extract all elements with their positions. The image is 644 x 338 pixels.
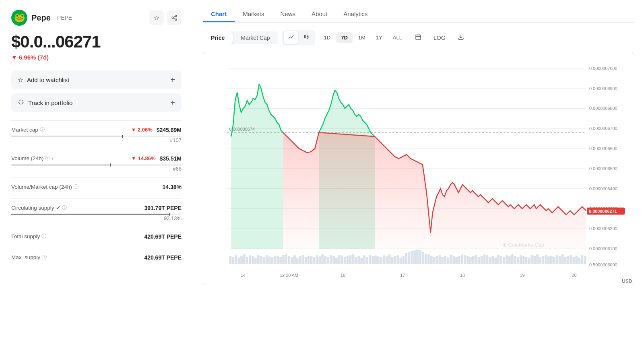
svg-rect-70 — [296, 258, 299, 264]
svg-rect-150 — [520, 255, 522, 264]
price-toggle-button[interactable]: Price — [203, 31, 233, 44]
svg-rect-106 — [397, 255, 399, 264]
tab-chart[interactable]: Chart — [203, 6, 235, 22]
svg-rect-96 — [369, 255, 371, 264]
svg-text:0.0000006100: 0.0000006100 — [589, 246, 617, 251]
svg-rect-157 — [539, 257, 541, 264]
svg-rect-77 — [316, 255, 318, 264]
market-cap-change: ▼ 2.06% — [131, 127, 152, 133]
calendar-button[interactable] — [411, 31, 425, 44]
svg-rect-94 — [363, 255, 365, 264]
svg-text:0.0000006400: 0.0000006400 — [589, 186, 617, 191]
svg-text:0.0000006271: 0.0000006271 — [589, 209, 617, 214]
svg-rect-63 — [277, 256, 279, 264]
svg-rect-149 — [517, 257, 519, 264]
tab-markets[interactable]: Markets — [235, 6, 272, 22]
svg-rect-143 — [500, 256, 502, 264]
svg-text:18: 18 — [460, 273, 465, 278]
svg-text:12:20 AM: 12:20 AM — [280, 273, 298, 278]
svg-rect-111 — [411, 251, 413, 264]
time-1y-button[interactable]: 1Y — [371, 32, 387, 43]
circulating-info-icon[interactable]: ⓘ — [62, 204, 67, 211]
marketcap-toggle-button[interactable]: Market Cap — [233, 31, 278, 44]
svg-rect-140 — [491, 256, 494, 264]
svg-rect-109 — [405, 253, 407, 264]
svg-rect-145 — [506, 255, 508, 264]
vol-mktcap-info-icon[interactable]: ⓘ — [74, 183, 78, 190]
time-1d-button[interactable]: 1D — [319, 32, 336, 43]
sidebar: 🐸 Pepe PEPE ☆ $0.0...06271 ▼ 6.96% (7d) … — [0, 0, 193, 338]
track-portfolio-button[interactable]: Track in portfolio + — [11, 93, 182, 112]
svg-line-3 — [173, 18, 175, 19]
svg-rect-91 — [355, 257, 357, 264]
price-chart-svg: 0.000000674 0.0000007000 0.0000006900 0.… — [203, 52, 634, 285]
svg-rect-173 — [584, 256, 586, 264]
watchlist-star-button[interactable]: ☆ — [149, 10, 164, 25]
log-button[interactable]: LOG — [429, 32, 450, 43]
time-7d-button[interactable]: 7D — [336, 32, 353, 43]
svg-rect-161 — [550, 256, 553, 264]
svg-rect-121 — [439, 255, 441, 264]
svg-rect-137 — [483, 254, 486, 264]
svg-rect-85 — [338, 255, 341, 264]
tab-about[interactable]: About — [303, 6, 335, 22]
svg-rect-90 — [352, 254, 355, 264]
svg-text:0.0000006800: 0.0000006800 — [589, 106, 617, 111]
svg-rect-124 — [447, 258, 449, 264]
total-supply-label: Total supply — [11, 233, 40, 239]
max-supply-label: Max. supply — [11, 254, 40, 260]
svg-rect-104 — [391, 257, 394, 264]
svg-text:⊕ CoinMarketCap: ⊕ CoinMarketCap — [502, 242, 544, 248]
svg-rect-62 — [274, 256, 276, 264]
volume-bar — [11, 164, 182, 166]
coin-logo: 🐸 — [11, 10, 27, 26]
svg-rect-127 — [455, 257, 458, 264]
svg-rect-56 — [257, 255, 260, 264]
svg-rect-152 — [525, 257, 528, 264]
svg-rect-120 — [436, 256, 438, 264]
svg-rect-114 — [419, 250, 421, 264]
market-cap-bar — [11, 136, 182, 137]
download-button[interactable] — [454, 31, 468, 44]
svg-rect-49 — [237, 258, 240, 264]
svg-rect-58 — [263, 257, 265, 264]
coin-emoji: 🐸 — [14, 12, 25, 23]
candle-chart-button[interactable] — [299, 31, 314, 44]
portfolio-plus-icon: + — [170, 98, 175, 107]
price-change-arrow: ▼ — [11, 54, 17, 61]
total-supply-info-icon[interactable]: ⓘ — [41, 233, 46, 240]
svg-rect-132 — [469, 257, 472, 264]
svg-rect-171 — [578, 258, 580, 264]
stat-vol-market-cap: Volume/Market cap (24h) ⓘ 14.38% — [11, 177, 182, 198]
svg-rect-133 — [472, 256, 475, 264]
time-range-group: 1D 7D 1M 1Y ALL — [319, 32, 407, 43]
market-cap-info-icon[interactable]: ⓘ — [40, 126, 45, 133]
svg-rect-128 — [458, 256, 460, 264]
tab-analytics[interactable]: Analytics — [335, 6, 376, 22]
volume-chevron-icon[interactable]: › — [52, 156, 53, 161]
tab-news[interactable]: News — [272, 6, 304, 22]
share-button[interactable] — [167, 10, 182, 25]
svg-rect-67 — [288, 256, 290, 264]
portfolio-icon — [18, 99, 24, 107]
svg-rect-101 — [383, 255, 385, 264]
svg-rect-113 — [416, 249, 419, 264]
svg-rect-122 — [441, 257, 444, 264]
svg-rect-54 — [252, 256, 254, 264]
max-supply-info-icon[interactable]: ⓘ — [42, 254, 47, 261]
stat-total-supply: Total supply ⓘ 420.69T PEPE — [11, 227, 182, 248]
svg-rect-164 — [559, 256, 561, 264]
coin-identity: 🐸 Pepe PEPE — [11, 10, 72, 26]
svg-rect-141 — [494, 258, 497, 264]
svg-rect-144 — [503, 257, 505, 264]
line-chart-button[interactable] — [284, 31, 298, 44]
svg-rect-68 — [291, 257, 293, 264]
svg-rect-146 — [508, 256, 511, 264]
volume-info-icon[interactable]: ⓘ — [45, 155, 50, 162]
vol-mktcap-label: Volume/Market cap (24h) — [11, 184, 72, 190]
svg-rect-64 — [279, 257, 282, 264]
add-to-watchlist-button[interactable]: ☆ Add to watchlist + — [11, 70, 182, 89]
time-1m-button[interactable]: 1M — [353, 32, 370, 43]
time-all-button[interactable]: ALL — [388, 32, 407, 43]
chart-area: 0.000000674 0.0000007000 0.0000006900 0.… — [203, 52, 634, 285]
